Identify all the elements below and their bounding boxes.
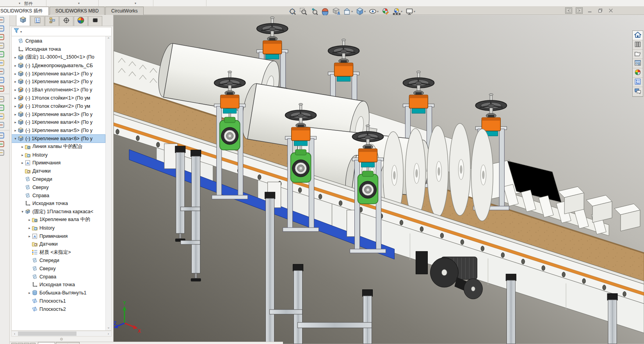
task-pane-tab-home[interactable] [633, 31, 643, 40]
tree-item[interactable]: ▸(-) 1Уголок стойки<2> (По ум [12, 102, 105, 110]
expander-collapsed-icon[interactable]: ▸ [27, 234, 32, 238]
tree-item[interactable]: Сверху [12, 183, 105, 191]
tree-item[interactable]: ▸AПримечания [12, 159, 105, 167]
task-pane-tab-design-library[interactable] [633, 40, 643, 50]
tree-item[interactable]: ▸(固定) 1L-3000+L_1500<1> (По [12, 53, 105, 62]
expander-collapsed-icon[interactable]: ▸ [27, 226, 32, 230]
tree-item[interactable]: ▸(-) 1Дежеопрокидыватель_СБ [12, 61, 105, 70]
tree-filter-bar[interactable]: ▾ [11, 27, 112, 36]
dock-button-10[interactable] [0, 96, 5, 103]
tree-item[interactable]: ▸(-) 1Крепление вала<2> (По у [12, 78, 105, 86]
expander-collapsed-icon[interactable]: ▸ [13, 112, 18, 116]
addin-tab-solidworks-插件[interactable]: SOLIDWORKS 插件 [0, 7, 49, 15]
panel-splitter[interactable] [10, 337, 113, 342]
tree-item[interactable]: Датчики [12, 240, 105, 248]
bottom-tab-2[interactable]: 3D 视图 [56, 342, 80, 344]
tree-item[interactable]: ▸AПримечания [12, 232, 105, 240]
tree-item[interactable]: Плоскость1 [12, 297, 105, 305]
tree-item[interactable]: 材质 <未指定> [12, 248, 105, 257]
scroll-left-icon[interactable]: ‹ [12, 332, 18, 336]
tree-item[interactable]: Исходная точка [12, 200, 105, 208]
zoom-to-fit-icon[interactable] [288, 7, 297, 16]
close-icon[interactable] [607, 7, 614, 14]
tree-item[interactable]: ▸History [12, 224, 105, 232]
dock-button-11[interactable] [0, 104, 5, 111]
dock-button-4[interactable] [0, 42, 5, 49]
tree-item[interactable]: ▸Линия халвы 中的配合 [12, 143, 105, 151]
expander-collapsed-icon[interactable]: ▸ [13, 80, 18, 84]
expander-collapsed-icon[interactable]: ▸ [13, 55, 18, 59]
tree-horizontal-scrollbar[interactable]: ‹ › [11, 331, 112, 337]
tree-item[interactable]: ▾(固定) 1Пластина каркаса< [12, 208, 105, 216]
tree-item[interactable]: ▸(-) 1Крепление вала<5> (По у [12, 127, 105, 135]
display-style-icon[interactable]: ▾ [355, 7, 366, 16]
dock-button-2[interactable] [0, 25, 5, 32]
pane-scroll-left-icon[interactable] [565, 7, 572, 14]
expander-collapsed-icon[interactable]: ▸ [27, 218, 32, 222]
scroll-right-icon[interactable]: › [105, 332, 111, 336]
dock-button-12[interactable] [0, 113, 5, 120]
tree-vertical-scrollbar[interactable]: ⌃ ⌄ [105, 36, 111, 330]
tree-item[interactable]: Плоскость2 [12, 305, 105, 313]
expander-collapsed-icon[interactable]: ▸ [13, 64, 18, 68]
addin-tab-solidworks-mbd[interactable]: SOLIDWORKS MBD [50, 7, 105, 15]
expander-collapsed-icon[interactable]: ▸ [20, 145, 25, 149]
tree-item[interactable]: ▸Бобышка-Вытянуть1 [12, 289, 105, 297]
bottom-tab-1[interactable]: 模型 [38, 342, 55, 344]
dock-button-14[interactable] [0, 132, 5, 139]
tree-item[interactable]: ▸1Крепление вала 中的 [12, 216, 105, 224]
chevron-down-icon[interactable]: ▾ [135, 2, 136, 5]
dock-button-1[interactable] [0, 16, 5, 23]
tree-item[interactable]: Спереди [12, 175, 105, 184]
tree-item[interactable]: ▸(-) 1Крепление вала<4> (По у [12, 118, 105, 127]
dock-button-9[interactable] [0, 85, 5, 92]
pane-scroll-right-icon[interactable] [576, 7, 583, 14]
manager-tab-featuremanager-design-tree[interactable] [16, 15, 30, 26]
task-pane-tab-appearances-scenes[interactable] [633, 68, 643, 78]
tree-item[interactable]: ▸(-) 1Уголок стойки<1> (По ум [12, 94, 105, 102]
splitter-handle[interactable] [60, 338, 63, 340]
expander-collapsed-icon[interactable]: ▸ [13, 96, 18, 100]
tree-item[interactable]: ▸(-) 1Вал уплотнения<1> (По у [12, 86, 105, 94]
expander-collapsed-icon[interactable]: ▸ [13, 88, 18, 92]
assembly-3d-scene[interactable]: Y X Z [114, 15, 644, 344]
tree-item[interactable]: ▸(-) 1Крепление вала<3> (По у [12, 110, 105, 118]
chevron-down-icon[interactable]: ▾ [19, 2, 20, 5]
expander-collapsed-icon[interactable]: ▸ [13, 72, 18, 76]
expander-collapsed-icon[interactable]: ▸ [13, 120, 18, 124]
chevron-down-icon[interactable]: ▾ [20, 30, 22, 34]
expander-expanded-icon[interactable]: ▾ [20, 210, 25, 214]
tree-item[interactable]: ▾(-) 1Крепление вала<6> (По у [12, 135, 105, 143]
expander-collapsed-icon[interactable]: ▸ [20, 161, 25, 165]
dock-button-3[interactable] [0, 34, 5, 41]
section-view-icon[interactable] [320, 7, 330, 16]
tree-item[interactable]: Датчики [12, 167, 105, 175]
previous-view-icon[interactable] [310, 7, 319, 16]
task-pane-tab-solidworks-forum[interactable] [633, 87, 643, 96]
scroll-up-icon[interactable]: ⌃ [106, 36, 111, 42]
tree-item[interactable]: Сверху [12, 264, 105, 273]
view-orientation-icon[interactable]: ▾ [342, 7, 354, 16]
expander-collapsed-icon[interactable]: ▸ [13, 104, 18, 108]
zoom-to-area-icon[interactable] [299, 7, 308, 16]
expander-collapsed-icon[interactable]: ▸ [13, 128, 18, 132]
minimize-icon[interactable] [586, 7, 593, 14]
graphics-area[interactable]: Y X Z [114, 15, 644, 344]
task-pane-tab-custom-properties[interactable] [633, 78, 643, 87]
expander-collapsed-icon[interactable]: ▸ [27, 291, 32, 295]
restore-icon[interactable] [597, 7, 604, 14]
manager-tab-displaymanager[interactable] [74, 16, 88, 26]
manager-tab-configurationmanager[interactable] [45, 16, 59, 26]
tree-item[interactable]: Справа [12, 191, 105, 200]
dock-button-7[interactable] [0, 68, 5, 75]
chevron-down-icon[interactable]: ▾ [78, 2, 80, 5]
manager-tab-circuitworks-tab[interactable] [88, 16, 102, 26]
view-settings-icon[interactable]: ▾ [405, 7, 416, 16]
dock-button-6[interactable] [0, 59, 5, 66]
scrollbar-thumb[interactable] [18, 332, 76, 336]
task-pane-tab-view-palette[interactable] [633, 59, 643, 68]
expander-expanded-icon[interactable]: ▾ [13, 137, 18, 141]
apply-scene-icon[interactable]: ▾ [392, 7, 403, 16]
addin-tab-circuitworks[interactable]: CircuitWorks [105, 7, 144, 15]
edit-appearance-icon[interactable] [381, 7, 390, 16]
